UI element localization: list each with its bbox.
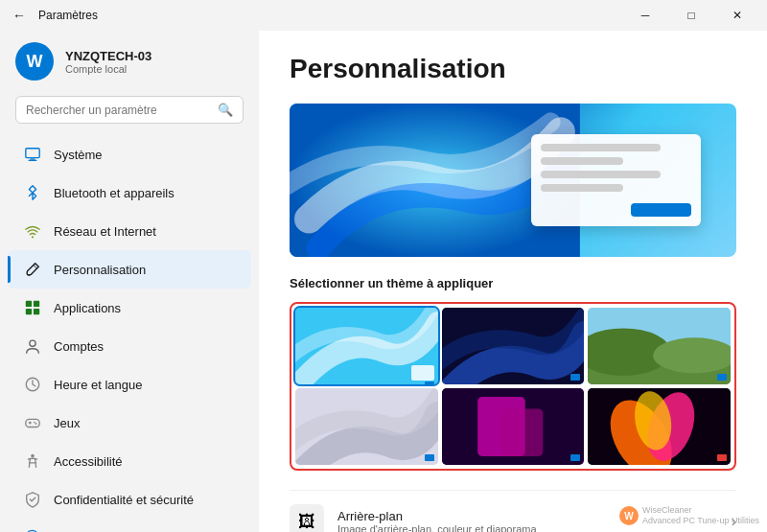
accessibility-icon: [23, 451, 42, 471]
search-icon: 🔍: [218, 103, 233, 117]
display-icon: [23, 145, 42, 164]
user-name: YNZQTECH-03: [65, 49, 151, 63]
sidebar-item-accessibilite[interactable]: Accessibilité: [8, 442, 251, 480]
wisecleaner-tagline: Advanced PC Tune-up Utilities: [642, 516, 759, 526]
theme-thumb-3[interactable]: [588, 308, 731, 384]
refresh-icon: [23, 528, 42, 532]
theme-thumb-2[interactable]: [442, 308, 585, 384]
svg-rect-24: [501, 408, 543, 456]
svg-point-13: [31, 454, 35, 458]
wisecleaner-name: WiseCleaner: [642, 505, 759, 516]
back-button[interactable]: ←: [8, 4, 31, 27]
svg-point-12: [35, 423, 37, 425]
theme-thumb-5[interactable]: [442, 388, 585, 465]
svg-rect-7: [34, 309, 39, 314]
sidebar-item-systeme[interactable]: Système: [8, 135, 251, 173]
page-title: Personnalisation: [290, 54, 736, 84]
avatar: W: [15, 42, 54, 81]
sidebar-item-personnalisation-label: Personnalisation: [54, 263, 146, 277]
sidebar-item-jeux-label: Jeux: [54, 416, 80, 430]
svg-rect-5: [34, 301, 39, 307]
theme-thumb-1[interactable]: [295, 308, 438, 384]
sidebar-item-accessibilite-label: Accessibilité: [54, 454, 123, 469]
close-button[interactable]: ✕: [715, 0, 759, 31]
bluetooth-icon: [23, 183, 42, 202]
brush-icon: [23, 260, 42, 279]
theme-thumb-4[interactable]: [295, 388, 438, 465]
user-info: YNZQTECH-03 Compte local: [65, 49, 151, 75]
theme-preview-banner: [290, 104, 736, 257]
dialog-preview: [531, 134, 701, 226]
sidebar-item-reseau-label: Réseau et Internet: [54, 224, 156, 239]
wifi-icon: [23, 221, 42, 241]
svg-rect-0: [26, 149, 39, 158]
user-section: W YNZQTECH-03 Compte local: [0, 31, 259, 96]
maximize-button[interactable]: □: [669, 0, 713, 31]
sidebar-item-reseau[interactable]: Réseau et Internet: [8, 212, 251, 250]
sidebar-item-confidentialite[interactable]: Confidentialité et sécurité: [8, 480, 251, 519]
account-type: Compte local: [65, 63, 151, 75]
app-container: W YNZQTECH-03 Compte local 🔍 Système: [0, 31, 767, 532]
svg-rect-2: [29, 160, 37, 161]
sidebar: W YNZQTECH-03 Compte local 🔍 Système: [0, 31, 259, 532]
shield-icon: [23, 490, 42, 509]
sidebar-item-bluetooth-label: Bluetooth et appareils: [54, 186, 174, 200]
svg-point-8: [30, 340, 35, 346]
sidebar-item-windows-update[interactable]: Windows Update: [8, 519, 251, 532]
search-input[interactable]: [26, 104, 210, 117]
svg-rect-6: [26, 309, 32, 314]
svg-point-3: [32, 236, 34, 238]
arriere-plan-icon: 🖼: [290, 504, 324, 532]
sidebar-item-confidentialite-label: Confidentialité et sécurité: [54, 493, 194, 507]
search-box[interactable]: 🔍: [15, 96, 244, 124]
wisecleaner-logo: W: [619, 506, 639, 525]
theme-grid: [295, 308, 731, 465]
sidebar-item-jeux[interactable]: Jeux: [8, 404, 251, 442]
sidebar-nav: Système Bluetooth et appareils Réseau et…: [0, 135, 259, 532]
wisecleaner-badge: W WiseCleaner Advanced PC Tune-up Utilit…: [619, 505, 759, 526]
theme-thumb-6[interactable]: [588, 388, 731, 465]
svg-point-11: [34, 422, 35, 424]
theme-grid-wrapper: [290, 302, 736, 471]
clock-icon: [23, 375, 42, 394]
minimize-button[interactable]: ─: [623, 0, 667, 31]
sidebar-item-applications[interactable]: Applications: [8, 289, 251, 327]
sidebar-item-bluetooth[interactable]: Bluetooth et appareils: [8, 173, 251, 212]
svg-rect-10: [26, 419, 39, 427]
window-controls: ─ □ ✕: [623, 0, 759, 31]
theme-section-label: Sélectionner un thème à appliquer: [290, 276, 736, 290]
window-title: Paramètres: [38, 9, 616, 22]
apps-icon: [23, 298, 42, 317]
svg-rect-4: [26, 301, 32, 307]
main-content: Personnalisation: [259, 31, 767, 532]
gamepad-icon: [23, 413, 42, 432]
sidebar-item-comptes[interactable]: Comptes: [8, 327, 251, 365]
sidebar-item-heure[interactable]: Heure et langue: [8, 365, 251, 404]
sidebar-item-applications-label: Applications: [54, 301, 121, 315]
sidebar-item-comptes-label: Comptes: [54, 339, 104, 354]
person-icon: [23, 336, 42, 356]
sidebar-item-heure-label: Heure et langue: [54, 378, 143, 392]
sidebar-item-personnalisation[interactable]: Personnalisation: [8, 250, 251, 289]
sidebar-item-systeme-label: Système: [54, 148, 103, 162]
titlebar: ← Paramètres ─ □ ✕: [0, 0, 767, 31]
svg-rect-1: [30, 159, 35, 160]
